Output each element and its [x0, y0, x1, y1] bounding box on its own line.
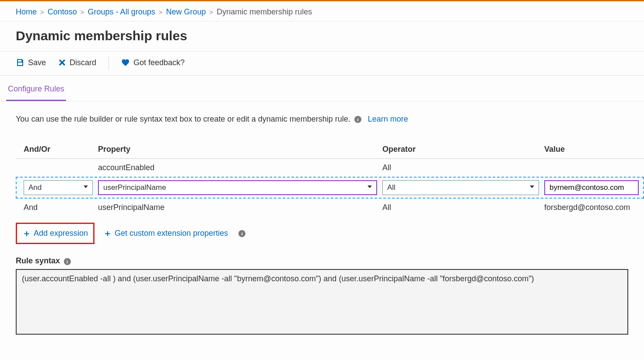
andor-select[interactable]: And — [24, 180, 93, 195]
tabs: Configure Rules — [0, 76, 644, 101]
info-icon[interactable]: i — [64, 258, 71, 265]
add-expression-label: Add expression — [34, 229, 88, 238]
discard-button[interactable]: Discard — [58, 56, 96, 69]
discard-label: Discard — [70, 58, 96, 67]
toolbar: Save Discard Got feedback? — [0, 51, 644, 76]
rule-syntax-textarea[interactable] — [16, 269, 628, 335]
rule-actions: ＋ Add expression ＋ Get custom extension … — [16, 223, 644, 244]
plus-icon: ＋ — [103, 227, 112, 239]
breadcrumb: Home > Contoso > Groups - All groups > N… — [0, 1, 644, 21]
save-button[interactable]: Save — [16, 56, 46, 69]
chevron-right-icon: > — [159, 8, 163, 16]
col-operator: Operator — [382, 145, 544, 154]
andor-value: And — [28, 183, 42, 192]
cell-property: accountEnabled — [98, 163, 382, 172]
info-icon[interactable]: i — [354, 116, 361, 123]
close-icon — [58, 59, 66, 66]
property-select[interactable]: userPrincipalName — [98, 180, 377, 195]
property-value: userPrincipalName — [103, 183, 166, 192]
table-header: And/Or Property Operator Value — [16, 140, 644, 159]
chevron-right-icon: > — [40, 8, 44, 16]
table-row-selected: And userPrincipalName All — [16, 177, 644, 199]
breadcrumb-groups[interactable]: Groups - All groups — [88, 7, 155, 17]
chevron-down-icon — [367, 183, 373, 192]
cell-property: userPrincipalName — [98, 203, 382, 212]
divider — [108, 56, 109, 69]
breadcrumb-new-group[interactable]: New Group — [166, 7, 206, 17]
feedback-button[interactable]: Got feedback? — [121, 56, 185, 69]
table-row: And userPrincipalName All forsbergd@cont… — [16, 199, 644, 217]
cell-value: forsbergd@contoso.com — [544, 203, 644, 212]
col-value: Value — [544, 145, 644, 154]
rule-syntax-section: Rule syntax i — [16, 256, 628, 336]
breadcrumb-current: Dynamic membership rules — [217, 7, 312, 17]
cell-operator: All — [382, 163, 544, 172]
heart-icon — [121, 58, 130, 67]
add-expression-button[interactable]: ＋ Add expression — [19, 225, 91, 242]
description-text: You can use the rule builder or rule syn… — [16, 115, 350, 123]
page-title: Dynamic membership rules — [0, 21, 644, 51]
chevron-down-icon — [529, 183, 535, 192]
rule-builder-table: And/Or Property Operator Value accountEn… — [16, 140, 644, 217]
plus-icon: ＋ — [22, 227, 31, 239]
chevron-right-icon: > — [209, 8, 213, 16]
feedback-label: Got feedback? — [133, 58, 185, 67]
tab-configure-rules[interactable]: Configure Rules — [6, 84, 66, 101]
cell-operator: All — [382, 203, 544, 212]
save-label: Save — [28, 58, 46, 67]
value-input[interactable] — [544, 180, 639, 195]
breadcrumb-contoso[interactable]: Contoso — [48, 7, 77, 17]
chevron-down-icon — [83, 183, 89, 192]
save-icon — [16, 58, 24, 67]
cell-andor: And — [24, 203, 98, 212]
rule-syntax-label: Rule syntax — [16, 256, 60, 265]
breadcrumb-home[interactable]: Home — [16, 7, 37, 17]
get-custom-ext-button[interactable]: ＋ Get custom extension properties — [100, 225, 231, 242]
info-icon[interactable]: i — [238, 230, 245, 237]
chevron-right-icon: > — [80, 8, 84, 16]
col-property: Property — [98, 145, 382, 154]
col-andor: And/Or — [24, 145, 98, 154]
description-row: You can use the rule builder or rule syn… — [0, 101, 644, 128]
operator-value: All — [387, 183, 396, 192]
highlight-box: ＋ Add expression — [16, 223, 94, 244]
learn-more-link[interactable]: Learn more — [368, 115, 408, 123]
get-custom-ext-label: Get custom extension properties — [115, 229, 228, 238]
table-row: accountEnabled All — [16, 159, 644, 177]
operator-select[interactable]: All — [382, 180, 539, 195]
